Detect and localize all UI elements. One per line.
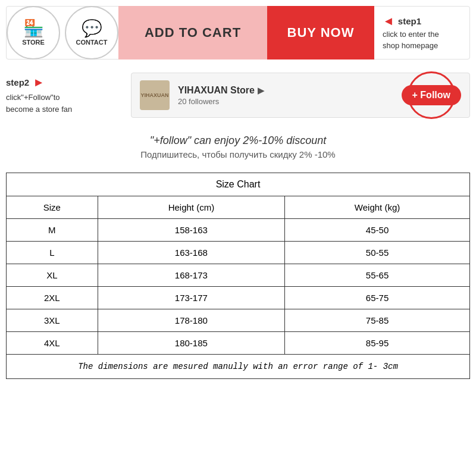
header-size: Size: [7, 196, 98, 219]
size-chart-title: Size Chart: [7, 173, 470, 196]
table-row: XL168-17355-65: [7, 264, 470, 287]
arrow-left-icon: ◄: [383, 14, 394, 28]
buy-now-button[interactable]: BUY NOW: [267, 6, 374, 60]
arrow-right-icon: ►: [33, 76, 45, 89]
step1-area: ◄ step1 click to enter theshop homepage: [374, 14, 469, 51]
store-card[interactable]: YIHAXUAN YIHAXUAN Store ▶ 20 followers +…: [131, 73, 470, 118]
header-weight: Weight (kg): [285, 196, 470, 219]
table-cell: 65-75: [285, 287, 470, 309]
table-row: 2XL173-17765-75: [7, 287, 470, 309]
store-name-text: YIHAXUAN Store: [178, 85, 255, 96]
store-chevron-icon: ▶: [258, 86, 264, 95]
table-cell: 4XL: [7, 332, 98, 355]
step1-label: step1: [398, 16, 421, 26]
contact-button[interactable]: 💬 CONTACT: [65, 6, 118, 60]
table-row: 3XL178-18075-85: [7, 309, 470, 332]
table-cell: 173-177: [98, 287, 284, 309]
table-cell: 75-85: [285, 309, 470, 332]
table-cell: 55-65: [285, 264, 470, 287]
store-button[interactable]: 🏪 STORE: [7, 6, 60, 60]
table-cell: 50-55: [285, 242, 470, 264]
store-logo: YIHAXUAN: [140, 80, 170, 110]
store-followers: 20 followers: [178, 97, 393, 106]
table-cell: L: [7, 242, 98, 264]
table-row: 4XL180-18585-95: [7, 332, 470, 355]
step2-section: step2 ► click"+Follow"tobecome a store f…: [6, 68, 470, 123]
top-bar: 🏪 STORE 💬 CONTACT ADD TO CART BUY NOW ◄ …: [6, 6, 470, 60]
follow-button-wrapper: + Follow: [402, 85, 461, 105]
table-cell: 3XL: [7, 309, 98, 332]
table-cell: 180-185: [98, 332, 284, 355]
table-cell: 158-163: [98, 219, 284, 242]
size-chart-table: Size Chart Size Height (cm) Weight (kg) …: [6, 173, 470, 379]
table-cell: XL: [7, 264, 98, 287]
table-cell: 178-180: [98, 309, 284, 332]
add-to-cart-button[interactable]: ADD TO CART: [118, 6, 267, 60]
table-cell: M: [7, 219, 98, 242]
discount-text-russian: Подпишитесь, чтобы получить скидку 2% -1…: [6, 149, 470, 159]
contact-label: CONTACT: [76, 39, 108, 46]
step2-description: click"+Follow"tobecome a store fan: [6, 92, 119, 115]
table-cell: 168-173: [98, 264, 284, 287]
header-height: Height (cm): [98, 196, 284, 219]
store-info: YIHAXUAN Store ▶ 20 followers: [178, 85, 393, 106]
note-text: The dimensions are mesured manully with …: [7, 355, 470, 379]
step1-description: click to enter theshop homepage: [383, 29, 439, 51]
table-cell: 2XL: [7, 287, 98, 309]
discount-text-english: "+follow" can enjoy 2%-10% discount: [6, 134, 470, 147]
store-label: STORE: [22, 39, 45, 46]
step2-label: step2: [6, 77, 29, 87]
discount-section: "+follow" can enjoy 2%-10% discount Подп…: [6, 131, 470, 163]
store-icon: 🏪: [23, 20, 44, 37]
contact-icon: 💬: [82, 20, 102, 37]
table-cell: 85-95: [285, 332, 470, 355]
table-cell: 163-168: [98, 242, 284, 264]
follow-button[interactable]: + Follow: [402, 85, 461, 105]
step2-text-area: step2 ► click"+Follow"tobecome a store f…: [6, 76, 119, 115]
table-row: M158-16345-50: [7, 219, 470, 242]
note-row: The dimensions are mesured manully with …: [7, 355, 470, 379]
table-cell: 45-50: [285, 219, 470, 242]
table-row: L163-16850-55: [7, 242, 470, 264]
